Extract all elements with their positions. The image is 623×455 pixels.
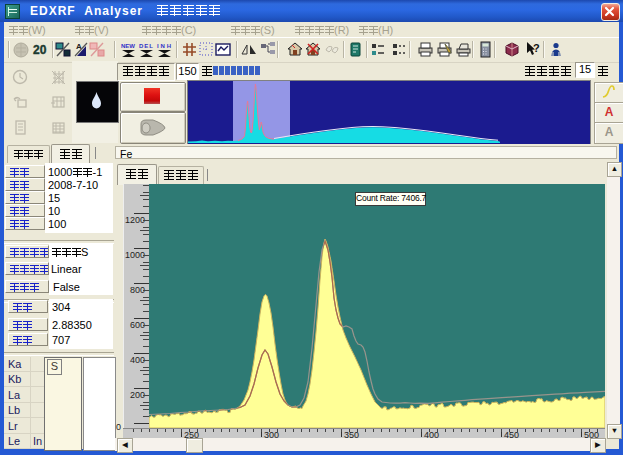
svg-text:INH: INH <box>157 43 171 49</box>
svg-text:?: ? <box>533 42 540 54</box>
svg-text:NEW: NEW <box>121 43 135 49</box>
svg-text:20: 20 <box>33 43 47 57</box>
svg-text:DEL: DEL <box>139 43 153 49</box>
